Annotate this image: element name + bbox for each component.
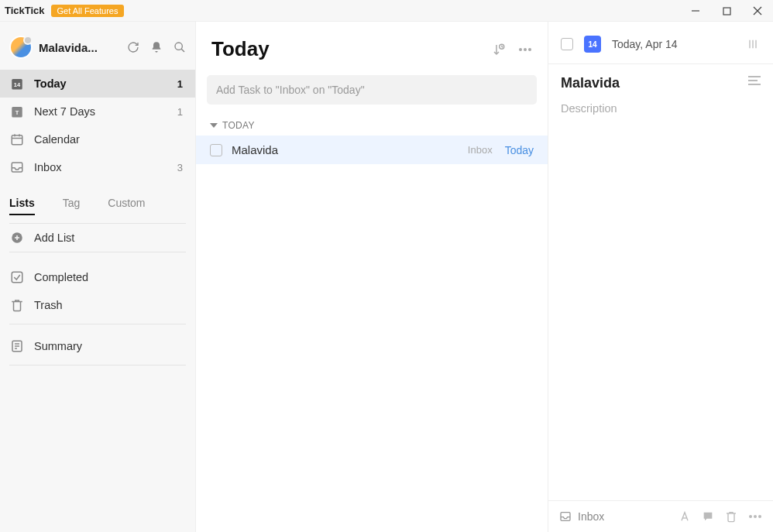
more-icon[interactable] [518, 47, 532, 52]
task-row[interactable]: Malavida Inbox Today [196, 136, 548, 164]
nav-completed[interactable]: Completed [0, 263, 195, 291]
maximize-button[interactable] [711, 0, 742, 22]
svg-point-4 [175, 43, 182, 50]
detail-date[interactable]: Today, Apr 14 [612, 38, 736, 50]
calendar-icon [9, 132, 25, 147]
add-list-label: Add List [34, 232, 183, 244]
divider [9, 252, 186, 252]
tab-tags[interactable]: Tag [63, 197, 81, 215]
svg-point-40 [758, 515, 761, 518]
nav-label: Completed [34, 271, 183, 283]
nav-count: 3 [177, 162, 183, 173]
svg-rect-1 [723, 8, 730, 15]
nav-trash[interactable]: Trash [0, 291, 195, 319]
task-checkbox[interactable] [210, 144, 222, 156]
chevron-down-icon [210, 122, 218, 129]
window-controls [680, 0, 773, 22]
nav-today[interactable]: 14 Today 1 [0, 70, 195, 98]
sync-icon[interactable] [127, 41, 139, 53]
trash-icon [9, 297, 25, 313]
outline-toggle-icon[interactable] [748, 75, 761, 86]
inbox-icon [559, 510, 572, 523]
svg-point-27 [524, 48, 527, 51]
svg-point-39 [754, 515, 757, 518]
section-header[interactable]: TODAY [196, 112, 548, 136]
notifications-icon[interactable] [150, 41, 163, 53]
svg-line-25 [502, 46, 503, 47]
svg-rect-18 [12, 272, 22, 283]
detail-checkbox[interactable] [561, 38, 573, 50]
svg-rect-10 [12, 136, 22, 145]
nav-label: Inbox [34, 161, 168, 173]
comment-icon[interactable] [702, 510, 714, 523]
search-icon[interactable] [173, 41, 186, 53]
nav-label: Next 7 Days [34, 105, 168, 118]
summary-icon [9, 338, 25, 354]
svg-point-28 [528, 48, 531, 51]
task-list-panel: Today Add Task to "Inbox" on "Today" TOD… [196, 22, 548, 532]
profile-name: Malavida... [39, 41, 121, 54]
svg-point-26 [519, 48, 522, 51]
close-button[interactable] [742, 0, 773, 22]
sidebar: Malavida... 14 Today 1 T [0, 22, 196, 532]
svg-line-5 [181, 49, 184, 52]
nav-summary[interactable]: Summary [0, 332, 195, 360]
app-name: TickTick [5, 5, 45, 16]
move-to-list-button[interactable]: Inbox [559, 510, 671, 523]
check-square-icon [9, 269, 25, 285]
task-list-label: Inbox [468, 144, 493, 156]
section-label: TODAY [222, 120, 255, 131]
tab-custom[interactable]: Custom [108, 197, 145, 215]
task-detail-panel: 14 Today, Apr 14 Malavida Description In… [548, 22, 773, 532]
nav-count: 1 [177, 106, 183, 118]
nav-label: Trash [34, 299, 183, 311]
calendar-today-icon: 14 [9, 76, 25, 91]
nav-label: Today [34, 77, 168, 90]
delete-icon[interactable] [725, 510, 737, 523]
nav-label: Calendar [34, 133, 173, 146]
inbox-icon [9, 160, 25, 175]
divider [9, 365, 186, 366]
avatar [9, 36, 33, 59]
nav-next7days[interactable]: T Next 7 Days 1 [0, 98, 195, 125]
divider [9, 324, 186, 324]
view-title: Today [211, 37, 492, 61]
add-list-button[interactable]: Add List [0, 224, 195, 252]
titlebar: TickTick Get All Features [0, 0, 773, 22]
detail-description[interactable]: Description [548, 102, 773, 115]
sort-icon[interactable] [492, 43, 506, 57]
nav-calendar[interactable]: Calendar [0, 125, 195, 153]
task-title: Malavida [232, 143, 459, 156]
detail-title[interactable]: Malavida [561, 75, 748, 91]
nav-inbox[interactable]: Inbox 3 [0, 153, 195, 181]
tab-lists[interactable]: Lists [9, 197, 35, 215]
calendar-date-icon[interactable]: 14 [584, 36, 601, 53]
add-task-input[interactable]: Add Task to "Inbox" on "Today" [207, 75, 537, 105]
text-style-icon[interactable] [679, 510, 691, 523]
svg-text:T: T [15, 109, 19, 116]
nav-label: Summary [34, 340, 183, 352]
add-task-placeholder: Add Task to "Inbox" on "Today" [216, 84, 365, 96]
svg-marker-29 [210, 123, 218, 128]
svg-point-38 [749, 515, 752, 518]
plus-circle-icon [9, 230, 25, 245]
detail-footer: Inbox [548, 500, 773, 532]
nav-count: 1 [177, 78, 183, 90]
profile-row[interactable]: Malavida... [0, 31, 195, 70]
sidebar-tabs: Lists Tag Custom [9, 186, 186, 223]
calendar-week-icon: T [9, 104, 25, 119]
more-icon[interactable] [748, 510, 762, 523]
footer-list-label: Inbox [578, 510, 604, 523]
minimize-button[interactable] [680, 0, 711, 22]
premium-badge[interactable]: Get All Features [51, 5, 125, 17]
svg-text:14: 14 [14, 81, 21, 88]
task-date: Today [505, 144, 534, 156]
priority-icon[interactable] [747, 38, 759, 50]
